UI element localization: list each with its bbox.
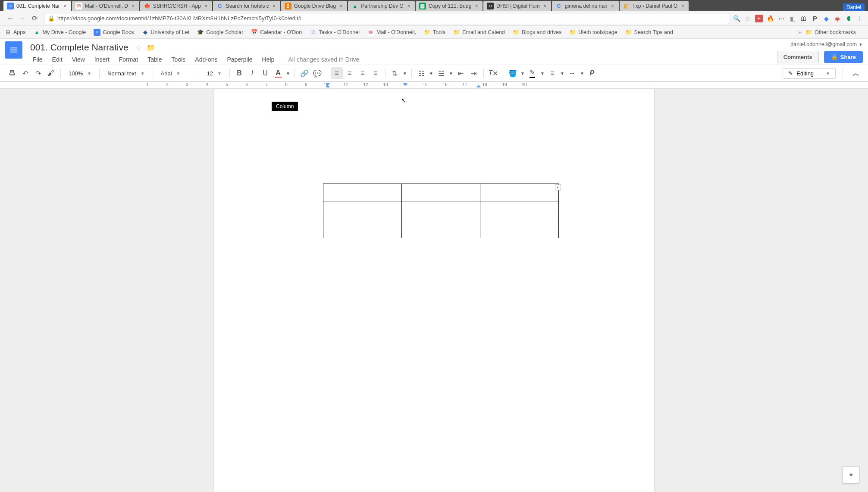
indent-marker[interactable]: [326, 85, 330, 87]
extension-icon[interactable]: ▭: [777, 15, 785, 22]
chevron-down-icon[interactable]: ▼: [402, 67, 408, 79]
close-icon[interactable]: ×: [680, 3, 685, 9]
align-left-button[interactable]: ≡: [331, 67, 343, 79]
border-color-button[interactable]: ✎: [526, 67, 539, 79]
table-cell[interactable]: [480, 220, 558, 238]
bookmark-item[interactable]: ≡Google Docs: [94, 29, 134, 36]
menu-format[interactable]: Format: [115, 54, 142, 65]
menu-help[interactable]: Help: [258, 54, 279, 65]
paperpile-button[interactable]: P: [586, 67, 598, 79]
browser-tab[interactable]: ◧ Txp › Daniel Paul O ×: [620, 1, 689, 11]
numbered-list-button[interactable]: ☷: [415, 67, 427, 79]
reload-button[interactable]: ⟳: [28, 12, 41, 25]
font-size-select[interactable]: 12▼: [203, 67, 226, 79]
line-spacing-button[interactable]: ⇅: [389, 67, 401, 79]
user-email[interactable]: daniel.odonnell@gmail.com▼: [790, 41, 863, 47]
chevron-down-icon[interactable]: ▼: [559, 67, 565, 79]
document-title[interactable]: 001. Complete Narrative: [28, 41, 130, 53]
table-cell[interactable]: [323, 184, 401, 202]
bookmark-folder[interactable]: 📁Blogs and drives: [513, 29, 561, 36]
align-center-button[interactable]: ≡: [344, 67, 356, 79]
extension-icon[interactable]: 🔥: [766, 15, 774, 22]
menu-insert[interactable]: Insert: [90, 54, 114, 65]
menu-edit[interactable]: Edit: [48, 54, 67, 65]
clear-formatting-button[interactable]: T✕: [487, 67, 499, 79]
extension-icon[interactable]: P: [811, 15, 819, 22]
border-style-button[interactable]: ┅: [566, 67, 578, 79]
browser-tab[interactable]: ✉ Mail - O'Donnell, D ×: [72, 1, 139, 11]
align-justify-button[interactable]: ≡: [370, 67, 382, 79]
decrease-indent-button[interactable]: ⇤: [455, 67, 467, 79]
editing-mode-select[interactable]: ✎ Editing ▼: [783, 68, 836, 79]
menu-tools[interactable]: Tools: [167, 54, 190, 65]
forward-button[interactable]: →: [16, 12, 28, 25]
bookmark-folder[interactable]: 📁Uleth tools/page: [569, 29, 617, 36]
extension-icon[interactable]: ⬮: [845, 15, 852, 22]
insert-link-button[interactable]: 🔗: [298, 67, 310, 79]
italic-button[interactable]: I: [246, 67, 258, 79]
bookmarks-overflow[interactable]: »: [798, 29, 801, 35]
table-cell[interactable]: [401, 184, 480, 202]
menu-table[interactable]: Table: [143, 54, 166, 65]
menu-addons[interactable]: Add-ons: [191, 54, 222, 65]
menu-view[interactable]: View: [68, 54, 89, 65]
browser-tab[interactable]: G gimena del rio rian ×: [552, 1, 619, 11]
back-button[interactable]: ←: [4, 12, 16, 25]
other-bookmarks[interactable]: 📁Other bookmarks: [805, 29, 856, 36]
chrome-menu-icon[interactable]: ⋮: [856, 15, 864, 22]
browser-tab[interactable]: D DHSI | Digital Hum ×: [483, 1, 551, 11]
indent-marker[interactable]: [476, 85, 481, 87]
browser-tab[interactable]: 🍁 SSHRC/CRSH - App ×: [140, 1, 212, 11]
chevron-down-icon[interactable]: ▼: [428, 67, 434, 79]
bookmark-item[interactable]: 🎓Google Scholar: [197, 29, 243, 36]
bookmark-apps[interactable]: ⊞Apps: [4, 29, 26, 36]
redo-button[interactable]: ↷: [32, 67, 44, 79]
bold-button[interactable]: B: [233, 67, 245, 79]
extension-icon[interactable]: ◧: [789, 15, 796, 22]
collapse-toolbar-button[interactable]: ︽: [850, 67, 862, 79]
table-cell[interactable]: [401, 220, 480, 238]
table-cell[interactable]: [480, 202, 558, 220]
zoom-icon[interactable]: 🔍: [733, 15, 740, 22]
zoom-select[interactable]: 100%▼: [64, 67, 96, 79]
table-cell[interactable]: [480, 184, 558, 202]
move-folder-icon[interactable]: 📁: [147, 44, 155, 52]
close-icon[interactable]: ×: [610, 3, 615, 9]
ruler[interactable]: 1234567891011121314151617181920: [0, 82, 868, 89]
star-icon[interactable]: ☆: [744, 15, 752, 22]
bookmark-folder[interactable]: 📁Email and Calend: [453, 29, 505, 36]
extension-icon[interactable]: +: [755, 15, 763, 22]
close-icon[interactable]: ×: [204, 3, 209, 9]
docs-home-button[interactable]: [5, 41, 22, 59]
bookmark-item[interactable]: ▲My Drive - Google: [34, 29, 86, 36]
table-row[interactable]: [323, 184, 558, 202]
table-drag-handle[interactable]: ▾: [555, 184, 561, 190]
document-page[interactable]: ▾: [214, 89, 654, 492]
chevron-down-icon[interactable]: ▼: [520, 67, 526, 79]
close-icon[interactable]: ×: [338, 3, 344, 9]
table-row[interactable]: [323, 202, 558, 220]
extension-icon[interactable]: ◉: [834, 15, 841, 22]
text-color-button[interactable]: A: [272, 67, 284, 79]
bookmark-item[interactable]: ☑Tasks - O'Donnel: [310, 29, 360, 36]
fill-color-button[interactable]: 🪣: [507, 67, 519, 79]
print-button[interactable]: 🖶: [6, 67, 18, 79]
extension-icon[interactable]: ◆: [822, 15, 830, 22]
star-icon[interactable]: ☆: [135, 44, 141, 52]
paragraph-style-select[interactable]: Normal text▼: [103, 67, 149, 79]
document-canvas[interactable]: ▾ Column ✦: [0, 89, 868, 492]
border-width-button[interactable]: ≡: [546, 67, 558, 79]
url-input[interactable]: 🔒 https://docs.google.com/document/d/1zh…: [44, 13, 729, 24]
bookmark-item[interactable]: ◆University of Let: [142, 29, 190, 36]
table-row[interactable]: [323, 220, 558, 238]
chevron-down-icon[interactable]: ▼: [285, 67, 291, 79]
comments-button[interactable]: Comments: [777, 51, 819, 63]
insert-comment-button[interactable]: 💬: [311, 67, 323, 79]
indent-marker[interactable]: [403, 83, 407, 86]
bookmark-item[interactable]: 📅Calendar - O'Don: [251, 29, 302, 36]
table-cell[interactable]: [401, 202, 480, 220]
bookmark-item[interactable]: ✉Mail - O'Donnell,: [367, 29, 416, 36]
close-icon[interactable]: ×: [131, 3, 136, 9]
profile-badge[interactable]: Daniel: [843, 3, 865, 11]
close-icon[interactable]: ×: [63, 3, 68, 9]
